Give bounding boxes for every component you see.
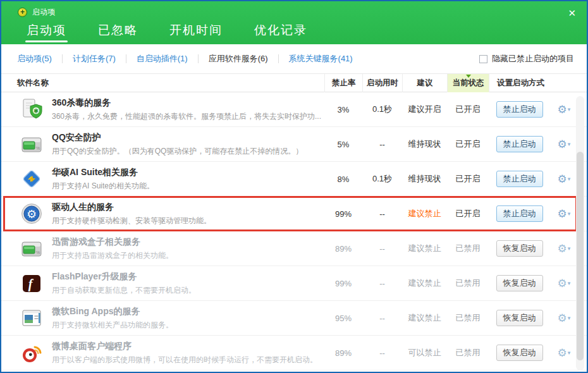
table-row: ✱ 360杀毒的服务 360杀毒，永久免费，性能超强的杀毒软件。服务项禁止后，将… <box>1 92 587 127</box>
boot-time-value: -- <box>362 314 402 323</box>
tab-ignored[interactable]: 已忽略 <box>97 20 139 44</box>
gear-circle-icon: ⚙ <box>20 202 43 225</box>
action-button[interactable]: 恢复启动 <box>496 345 543 361</box>
settings-gear-button[interactable]: ⚙▾ <box>550 207 578 221</box>
header-ban-rate[interactable]: 禁止率 <box>324 74 362 92</box>
table-row: 微博桌面客户端程序 用于以客户端的形式使用微博，可以在使用的时候手动运行，不需要… <box>1 336 587 370</box>
table-header: 软件名称 禁止率 启动用时 建议 当前状态 设置启动方式 <box>1 74 587 92</box>
row-name: 迅雷游戏盒子相关服务 <box>52 236 324 248</box>
settings-gear-button[interactable]: ⚙▾ <box>550 242 578 255</box>
subtab-scheduled-tasks[interactable]: 计划任务(7) <box>73 53 116 64</box>
settings-gear-button[interactable]: ⚙▾ <box>550 277 578 290</box>
subtab-system-services[interactable]: 系统关键服务(41) <box>289 53 353 64</box>
suggestion-value: 维持现状 <box>402 138 447 150</box>
header-suggestion[interactable]: 建议 <box>402 74 447 92</box>
row-name: 微博桌面客户端程序 <box>52 341 324 352</box>
row-desc: 360杀毒，永久免费，性能超强的杀毒软件。服务项禁止后，将失去实时保护功... <box>52 111 324 122</box>
divider <box>62 54 63 63</box>
boot-time-value: -- <box>362 279 402 288</box>
action-button[interactable]: 禁止启动 <box>496 101 543 118</box>
header-set-startup-mode: 设置启动方式 <box>489 74 578 92</box>
svg-text:⚙: ⚙ <box>27 208 37 221</box>
status-value: 已禁用 <box>447 347 489 358</box>
hide-disabled-label: 隐藏已禁止启动的项目 <box>492 53 574 64</box>
suggestion-value: 建议禁止 <box>402 243 447 254</box>
divider <box>126 54 126 63</box>
status-value: 已开启 <box>447 138 489 150</box>
ban-rate-value: 89% <box>324 244 362 254</box>
ban-rate-value: 89% <box>324 348 362 358</box>
row-name: FlashPlayer升级服务 <box>52 271 324 283</box>
status-value: 已禁用 <box>447 243 489 254</box>
action-button[interactable]: 禁止启动 <box>496 205 543 222</box>
row-name: 驱动人生的服务 <box>52 202 324 213</box>
boot-time-value: 0.1秒 <box>362 104 402 115</box>
subtab-startup-items[interactable]: 启动项(5) <box>17 53 52 64</box>
table-row: f FlashPlayer升级服务 用于自动获取更新信息，不需要开机启动。 99… <box>1 266 587 301</box>
row-desc: 用于支持迅雷游戏盒子的相关功能。 <box>52 250 324 261</box>
status-value: 已开启 <box>447 173 489 185</box>
app-header: + 启动项 ✕ 启动项 已忽略 开机时间 优化记录 <box>1 1 587 44</box>
header-current-status[interactable]: 当前状态 <box>447 74 489 92</box>
settings-gear-button[interactable]: ⚙▾ <box>550 346 578 360</box>
table-row: % 迅雷游戏盒子相关服务 用于支持迅雷游戏盒子的相关功能。 89% -- 建议禁… <box>1 231 587 266</box>
boot-time-value: 0.1秒 <box>362 173 402 185</box>
table-row: ⚙ 驱动人生的服务 用于支持硬件驱动检测、安装等驱动管理功能。 99% -- 建… <box>1 197 587 231</box>
settings-gear-button[interactable]: ⚙▾ <box>550 138 578 151</box>
tab-boot-time[interactable]: 开机时间 <box>168 20 224 44</box>
service-box-icon: % <box>20 237 43 260</box>
scrollbar[interactable] <box>576 96 584 370</box>
suggestion-value: 建议禁止 <box>402 278 447 289</box>
ban-rate-value: 95% <box>324 314 362 323</box>
row-desc: 用于支持微软相关产品功能的服务。 <box>52 320 324 331</box>
scrollbar-thumb[interactable] <box>577 152 584 360</box>
settings-gear-button[interactable]: ⚙▾ <box>550 312 578 325</box>
boot-time-value: -- <box>362 348 402 358</box>
subtab-app-services[interactable]: 应用软件服务(6) <box>209 53 268 64</box>
tab-optimization-log[interactable]: 优化记录 <box>253 20 309 44</box>
window-title: 启动项 <box>32 7 55 18</box>
titlebar: + 启动项 ✕ <box>1 1 587 18</box>
status-value: 已开启 <box>447 208 489 219</box>
close-icon[interactable]: ✕ <box>568 8 576 18</box>
hide-disabled-checkbox[interactable] <box>479 55 487 63</box>
action-button[interactable]: 恢复启动 <box>496 275 543 291</box>
action-button[interactable]: 恢复启动 <box>496 310 543 326</box>
ban-rate-value: 3% <box>324 105 362 114</box>
diamond-arrows-icon <box>20 168 43 190</box>
header-boot-time[interactable]: 启动用时 <box>362 74 402 92</box>
status-value: 已禁用 <box>447 312 489 324</box>
settings-gear-button[interactable]: ⚙▾ <box>550 103 578 116</box>
row-name: 微软Bing Apps的服务 <box>52 306 324 317</box>
action-button[interactable]: 禁止启动 <box>496 136 543 152</box>
suggestion-value: 可以禁止 <box>402 347 447 358</box>
action-button[interactable]: 禁止启动 <box>496 171 543 187</box>
row-name: QQ安全防护 <box>52 132 324 144</box>
settings-gear-button[interactable]: ⚙▾ <box>550 173 578 186</box>
subtab-autostart-plugins[interactable]: 自启动插件(1) <box>137 53 188 64</box>
svg-text:✱: ✱ <box>34 107 39 114</box>
boot-time-value: -- <box>362 244 402 254</box>
row-desc: 用于支持硬件驱动检测、安装等驱动管理功能。 <box>52 216 324 226</box>
row-desc: 用于支持AI Suite的相关功能。 <box>52 181 324 192</box>
header-software-name: 软件名称 <box>1 78 324 89</box>
table-row: % QQ安全防护 用于QQ的安全防护。（因为有QQ驱动保护，可能存在禁止不掉的情… <box>1 127 587 162</box>
boot-time-value: -- <box>362 209 402 219</box>
svg-text:%: % <box>36 250 40 255</box>
doc-shield-icon: ✱ <box>20 98 43 121</box>
app-logo-icon: + <box>18 8 27 17</box>
row-name: 360杀毒的服务 <box>52 97 324 109</box>
suggestion-value: 维持现状 <box>402 173 447 185</box>
category-bar: 启动项(5) 计划任务(7) 自启动插件(1) 应用软件服务(6) 系统关键服务… <box>1 44 587 74</box>
table-row: 华硕AI Suite相关服务 用于支持AI Suite的相关功能。 8% 0.1… <box>1 162 587 197</box>
service-list: ✱ 360杀毒的服务 360杀毒，永久免费，性能超强的杀毒软件。服务项禁止后，将… <box>1 92 587 370</box>
weibo-icon <box>20 341 43 364</box>
action-button[interactable]: 恢复启动 <box>496 240 543 257</box>
tab-startup-items[interactable]: 启动项 <box>25 20 68 44</box>
ban-rate-value: 99% <box>324 279 362 288</box>
row-name: 华硕AI Suite相关服务 <box>52 167 324 178</box>
row-desc: 用于QQ的安全防护。（因为有QQ驱动保护，可能存在禁止不掉的情况。） <box>52 146 324 157</box>
suggestion-value: 建议禁止 <box>402 208 447 219</box>
table-row: 微软Bing Apps的服务 用于支持微软相关产品功能的服务。 95% -- 建… <box>1 301 587 336</box>
row-desc: 用于自动获取更新信息，不需要开机启动。 <box>52 285 324 296</box>
